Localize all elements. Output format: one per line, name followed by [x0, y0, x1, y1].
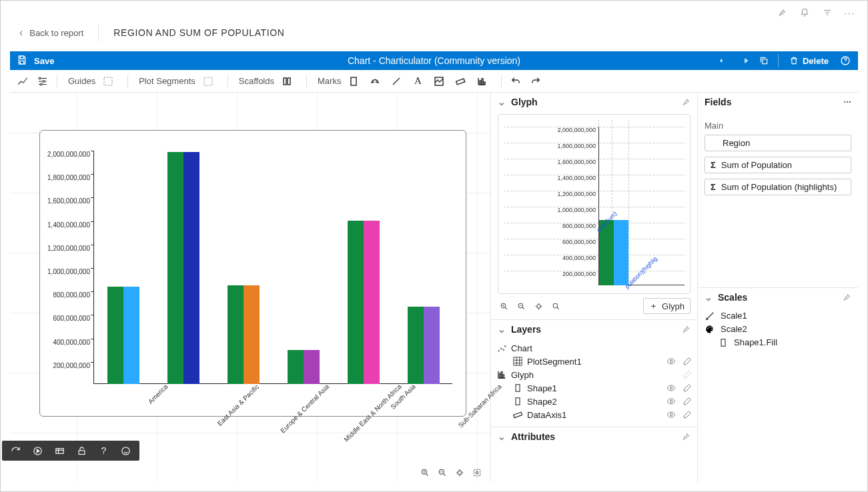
- canvas-zoom-selection-icon[interactable]: [470, 466, 484, 479]
- bar-shape2[interactable]: [183, 152, 199, 384]
- command-bar: Save Chart - Charticulator (Community ve…: [10, 51, 858, 70]
- glyph-bar-shape2[interactable]: [614, 220, 628, 285]
- arrow-right-icon[interactable]: [735, 52, 753, 69]
- pin-icon[interactable]: [777, 7, 787, 18]
- chart-card[interactable]: 200,000,000400,000,000600,000,000800,000…: [39, 130, 466, 417]
- smile-icon[interactable]: [120, 445, 131, 457]
- bar-shape2[interactable]: [123, 287, 139, 384]
- eye-icon[interactable]: [667, 383, 676, 393]
- delete-button[interactable]: Delete: [784, 56, 834, 66]
- eraser-icon[interactable]: [683, 397, 692, 406]
- scale-shape1-fill[interactable]: Shape1.Fill: [705, 336, 851, 349]
- bar-shape1[interactable]: [288, 350, 304, 384]
- svg-rect-11: [456, 79, 465, 85]
- scale-scale2[interactable]: Scale2: [705, 323, 851, 336]
- bar-shape2[interactable]: [364, 221, 380, 384]
- bar-shape1[interactable]: [107, 287, 123, 384]
- chevron-down-icon[interactable]: ⌄: [498, 324, 506, 335]
- bar-shape1[interactable]: [408, 307, 424, 384]
- mark-text-icon[interactable]: A: [409, 73, 426, 90]
- redo-button[interactable]: [527, 73, 544, 90]
- svg-point-36: [670, 400, 673, 403]
- eraser-icon[interactable]: [683, 410, 692, 419]
- tool-settings-icon[interactable]: [34, 73, 51, 90]
- pin-icon[interactable]: [842, 293, 851, 302]
- chevron-down-icon[interactable]: ⌄: [705, 292, 713, 303]
- play-icon[interactable]: [32, 445, 43, 457]
- field-pill-region[interactable]: Region: [705, 135, 851, 151]
- more-icon[interactable]: ···: [843, 97, 851, 107]
- canvas-zoom-out-icon[interactable]: [436, 466, 449, 479]
- reload-icon[interactable]: [10, 445, 21, 457]
- eraser-icon[interactable]: [683, 357, 692, 366]
- arrow-left-right-icon[interactable]: [715, 52, 733, 69]
- pin-icon[interactable]: [681, 97, 691, 107]
- mark-dataaxis-icon[interactable]: [473, 73, 490, 90]
- save-button[interactable]: Save: [10, 51, 61, 70]
- data-grid-icon[interactable]: [54, 445, 65, 457]
- bar-shape1[interactable]: [167, 152, 183, 384]
- svg-rect-45: [56, 448, 63, 453]
- mark-ruler-icon[interactable]: [452, 73, 469, 90]
- glyph-zoom-selection-icon[interactable]: [550, 300, 562, 312]
- layer-shape1[interactable]: Shape1: [495, 381, 693, 395]
- help-icon[interactable]: [837, 52, 854, 69]
- save-label: Save: [34, 56, 54, 66]
- filter-icon[interactable]: [822, 7, 833, 18]
- mark-line-icon[interactable]: [388, 73, 405, 90]
- glyph-zoom-in-icon[interactable]: [498, 300, 510, 312]
- canvas-zoom-in-icon[interactable]: [418, 466, 432, 479]
- plot-segments-label: Plot Segments: [139, 76, 195, 86]
- chevron-down-icon[interactable]: ⌄: [498, 97, 506, 107]
- back-to-report-button[interactable]: ‹ Back to report: [19, 27, 83, 39]
- layer-dataaxis1[interactable]: DataAxis1: [495, 408, 693, 421]
- tool-line-icon[interactable]: [14, 73, 31, 90]
- glyph-zoom-out-icon[interactable]: [515, 300, 527, 312]
- bar-shape1[interactable]: [228, 285, 244, 384]
- bar-shape2[interactable]: [304, 350, 320, 384]
- layer-glyph[interactable]: Glyph: [495, 368, 693, 381]
- y-tick-label: 200,000,000: [40, 361, 90, 369]
- canvas-fit-icon[interactable]: [453, 466, 466, 479]
- bar-shape2[interactable]: [244, 285, 260, 384]
- unlock-icon[interactable]: [76, 445, 87, 457]
- more-icon[interactable]: ···: [845, 7, 855, 18]
- bar-shape2[interactable]: [424, 307, 440, 384]
- plus-icon: ＋: [649, 300, 658, 312]
- add-glyph-button[interactable]: ＋ Glyph: [643, 298, 691, 314]
- eye-icon[interactable]: [667, 397, 676, 406]
- mark-symbol-icon[interactable]: [366, 73, 384, 90]
- layer-plotsegment1[interactable]: PlotSegment1: [495, 355, 693, 368]
- chevron-down-icon[interactable]: ⌄: [498, 431, 506, 442]
- glyph-y-tick-label: 1,000,000,000: [498, 207, 596, 213]
- eraser-icon[interactable]: [683, 370, 692, 379]
- svg-point-24: [498, 351, 500, 352]
- glyph-fit-icon[interactable]: [532, 300, 544, 312]
- pin-icon[interactable]: [681, 432, 691, 441]
- pin-icon[interactable]: [681, 325, 691, 334]
- eraser-icon[interactable]: [683, 383, 692, 393]
- scaffolds-icon[interactable]: [278, 73, 296, 90]
- svg-rect-35: [516, 398, 520, 405]
- mark-rect-icon[interactable]: [345, 73, 362, 90]
- scale-scale1[interactable]: Scale1: [705, 309, 851, 323]
- copy-icon[interactable]: [755, 52, 773, 69]
- plot-segments-icon[interactable]: [199, 73, 217, 90]
- y-tick-label: 600,000,000: [40, 315, 90, 322]
- glyph-y-tick-label: 800,000,000: [498, 223, 596, 229]
- field-pill-sum-population-highlights[interactable]: Σ Sum of Population (highlights): [705, 179, 851, 195]
- svg-rect-6: [204, 77, 212, 85]
- bar-shape1[interactable]: [348, 221, 364, 384]
- eye-icon[interactable]: [667, 410, 676, 419]
- field-pill-sum-population[interactable]: Σ Sum of Population: [705, 157, 851, 173]
- guides-dropdown-icon[interactable]: [99, 73, 117, 90]
- eye-icon[interactable]: [667, 357, 676, 366]
- mark-icon-icon[interactable]: [430, 73, 448, 90]
- layer-shape2[interactable]: Shape2: [495, 395, 693, 408]
- layer-chart[interactable]: Chart: [495, 341, 693, 355]
- help-icon[interactable]: ?: [98, 445, 109, 457]
- bell-icon[interactable]: [799, 7, 810, 18]
- glyph-editor[interactable]: 2,000,000,0001,800,000,0001,600,000,0001…: [498, 114, 691, 294]
- undo-button[interactable]: [507, 73, 524, 90]
- canvas-area[interactable]: 200,000,000400,000,000600,000,000800,000…: [10, 93, 491, 482]
